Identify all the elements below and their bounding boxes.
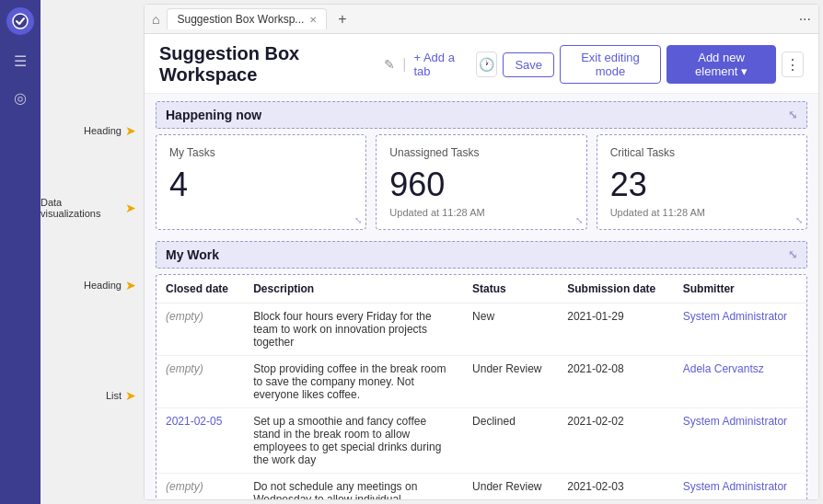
submitter-link[interactable]: System Administrator bbox=[683, 415, 787, 428]
annotation-data-viz: Data visualizations ➤ bbox=[41, 197, 136, 219]
new-tab-button[interactable]: + bbox=[334, 11, 350, 28]
cell-closed-date: (empty) bbox=[156, 473, 244, 499]
add-tab-link[interactable]: + Add a tab bbox=[413, 51, 468, 78]
cell-submitter[interactable]: System Administrator bbox=[674, 473, 806, 499]
cards-row: My Tasks 4 ⤡ Unassigned Tasks 960 Update… bbox=[156, 134, 807, 230]
table-row: (empty)Block four hours every Friday for… bbox=[156, 303, 806, 355]
more-options-button[interactable]: ⋮ bbox=[782, 52, 804, 77]
cell-submission-date: 2021-02-03 bbox=[558, 473, 673, 499]
cell-description: Set up a smoothie and fancy coffee stand… bbox=[244, 407, 463, 473]
critical-tasks-subtitle: Updated at 11:28 AM bbox=[610, 207, 794, 218]
cell-status: Under Review bbox=[463, 355, 558, 407]
critical-tasks-resize[interactable]: ⤡ bbox=[795, 215, 803, 225]
annotation-arrow-4: ➤ bbox=[125, 388, 136, 403]
my-work-table: Closed date Description Status Submissio… bbox=[156, 275, 806, 499]
browser-tab[interactable]: Suggestion Box Worksp... ✕ bbox=[167, 8, 327, 29]
content-area: Happening now ⤡ My Tasks 4 ⤡ Unassigned … bbox=[145, 94, 818, 499]
cell-submitter[interactable]: System Administrator bbox=[674, 303, 806, 355]
my-work-table-container: Closed date Description Status Submissio… bbox=[156, 274, 807, 499]
unassigned-tasks-value: 960 bbox=[389, 166, 573, 203]
save-button[interactable]: Save bbox=[503, 52, 554, 77]
submitter-link[interactable]: System Administrator bbox=[683, 480, 787, 493]
closed-date-link[interactable]: 2021-02-05 bbox=[166, 415, 222, 428]
workspace-title: Suggestion Box Workspace bbox=[159, 43, 377, 86]
workspace-header: Suggestion Box Workspace ✎ | + Add a tab… bbox=[145, 34, 818, 94]
cell-closed-date: (empty) bbox=[156, 355, 244, 407]
col-status: Status bbox=[463, 275, 558, 304]
annotation-heading-2: Heading ➤ bbox=[84, 278, 136, 292]
my-tasks-resize[interactable]: ⤡ bbox=[354, 215, 362, 225]
main-content: ⌂ Suggestion Box Worksp... ✕ + ··· Sugge… bbox=[144, 4, 819, 500]
header-divider: | bbox=[402, 56, 406, 73]
annotation-list: List ➤ bbox=[106, 388, 136, 403]
my-tasks-title: My Tasks bbox=[169, 146, 353, 159]
happening-now-title: Happening now bbox=[166, 108, 261, 122]
col-description: Description bbox=[244, 275, 463, 304]
cell-status: New bbox=[463, 303, 558, 355]
closed-date-empty: (empty) bbox=[166, 310, 203, 323]
my-tasks-value: 4 bbox=[169, 166, 353, 203]
cell-submission-date: 2021-02-02 bbox=[558, 407, 673, 473]
my-tasks-card: My Tasks 4 ⤡ bbox=[156, 134, 366, 230]
browser-chrome: ⌂ Suggestion Box Worksp... ✕ + ··· bbox=[145, 5, 818, 34]
my-work-section: My Work ⤡ Closed date Description Status… bbox=[156, 241, 807, 499]
section-resize-icon[interactable]: ⤡ bbox=[788, 109, 797, 121]
happening-now-section: Happening now ⤡ My Tasks 4 ⤡ Unassigned … bbox=[156, 101, 807, 230]
cell-description: Block four hours every Friday for the te… bbox=[244, 303, 463, 355]
table-row: (empty)Do not schedule any meetings on W… bbox=[156, 473, 806, 499]
unassigned-tasks-card: Unassigned Tasks 960 Updated at 11:28 AM… bbox=[376, 134, 586, 230]
unassigned-tasks-subtitle: Updated at 11:28 AM bbox=[389, 207, 573, 218]
add-element-button[interactable]: Add new element ▾ bbox=[667, 45, 776, 84]
cell-status: Under Review bbox=[463, 473, 558, 499]
exit-editing-button[interactable]: Exit editing mode bbox=[560, 45, 661, 84]
browser-home-icon[interactable]: ⌂ bbox=[152, 12, 159, 27]
critical-tasks-card: Critical Tasks 23 Updated at 11:28 AM ⤡ bbox=[597, 134, 807, 230]
cell-description: Stop providing coffee in the break room … bbox=[244, 355, 463, 407]
menu-icon[interactable]: ☰ bbox=[9, 50, 31, 72]
col-submission-date: Submission date bbox=[558, 275, 673, 304]
cell-submitter[interactable]: Adela Cervantsz bbox=[674, 355, 806, 407]
table-header-row: Closed date Description Status Submissio… bbox=[156, 275, 806, 304]
cell-status: Declined bbox=[463, 407, 558, 473]
cell-submission-date: 2021-02-08 bbox=[558, 355, 673, 407]
col-submitter: Submitter bbox=[674, 275, 806, 304]
sidebar-logo[interactable] bbox=[6, 7, 34, 35]
happening-now-header: Happening now ⤡ bbox=[156, 101, 807, 129]
unassigned-tasks-title: Unassigned Tasks bbox=[389, 146, 573, 159]
sidebar: ☰ ◎ bbox=[0, 0, 41, 504]
cell-submission-date: 2021-01-29 bbox=[558, 303, 673, 355]
annotation-arrow-2: ➤ bbox=[125, 200, 136, 215]
cell-submitter[interactable]: System Administrator bbox=[674, 407, 806, 473]
cell-closed-date: (empty) bbox=[156, 303, 244, 355]
browser-tab-close[interactable]: ✕ bbox=[309, 15, 317, 25]
annotation-arrow-3: ➤ bbox=[125, 278, 136, 292]
cell-description: Do not schedule any meetings on Wednesda… bbox=[244, 473, 463, 499]
svg-point-0 bbox=[13, 14, 28, 29]
history-button[interactable]: 🕐 bbox=[476, 52, 498, 77]
edit-title-icon[interactable]: ✎ bbox=[384, 57, 395, 72]
annotation-area: Heading ➤ Data visualizations ➤ Heading … bbox=[41, 0, 144, 504]
annotation-arrow-1: ➤ bbox=[125, 123, 136, 138]
browser-more-button[interactable]: ··· bbox=[799, 11, 811, 28]
analytics-icon[interactable]: ◎ bbox=[9, 86, 31, 109]
annotation-heading-1: Heading ➤ bbox=[84, 123, 136, 138]
browser-tab-title: Suggestion Box Worksp... bbox=[177, 13, 304, 26]
unassigned-tasks-resize[interactable]: ⤡ bbox=[575, 215, 583, 225]
cell-closed-date[interactable]: 2021-02-05 bbox=[156, 407, 244, 473]
closed-date-empty: (empty) bbox=[166, 480, 203, 493]
submitter-link[interactable]: System Administrator bbox=[683, 310, 787, 323]
my-work-header: My Work ⤡ bbox=[156, 241, 807, 269]
table-row: (empty)Stop providing coffee in the brea… bbox=[156, 355, 806, 407]
my-work-resize-icon[interactable]: ⤡ bbox=[788, 248, 797, 261]
submitter-link[interactable]: Adela Cervantsz bbox=[683, 362, 764, 375]
my-work-title: My Work bbox=[166, 247, 219, 262]
header-actions: 🕐 Save Exit editing mode Add new element… bbox=[476, 45, 804, 84]
col-closed-date: Closed date bbox=[156, 275, 244, 304]
critical-tasks-value: 23 bbox=[610, 166, 794, 203]
closed-date-empty: (empty) bbox=[166, 362, 203, 375]
table-row: 2021-02-05Set up a smoothie and fancy co… bbox=[156, 407, 806, 473]
critical-tasks-title: Critical Tasks bbox=[610, 146, 794, 159]
